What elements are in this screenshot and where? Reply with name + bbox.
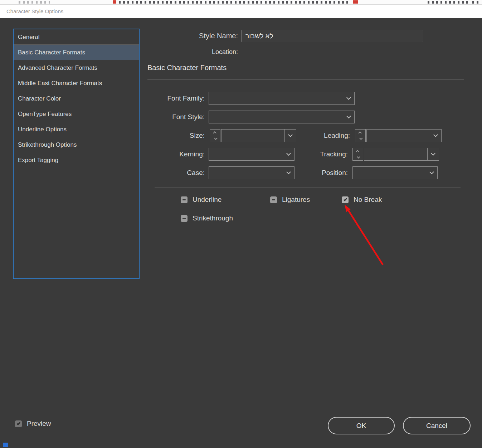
ligatures-checkbox[interactable]: Ligatures xyxy=(270,195,310,204)
document-red-mark xyxy=(113,0,116,4)
location-label: Location: xyxy=(157,47,238,57)
document-red-mark xyxy=(353,0,358,4)
ligatures-checkbox-label: Ligatures xyxy=(282,196,310,204)
character-style-options-dialog: General Basic Character Formats Advanced… xyxy=(0,18,482,448)
indeterminate-checkbox-icon xyxy=(181,196,188,203)
background-document-edge xyxy=(0,0,482,4)
chevron-down-icon xyxy=(343,111,354,123)
case-label: Case: xyxy=(112,166,205,179)
document-text-fragment xyxy=(119,1,348,4)
ok-button[interactable]: OK xyxy=(328,417,395,434)
indeterminate-checkbox-icon xyxy=(270,196,277,203)
tracking-label: Tracking: xyxy=(265,148,348,161)
leading-stepper[interactable] xyxy=(355,129,366,142)
sidebar-item-advanced-character-formats[interactable]: Advanced Character Formats xyxy=(14,60,139,76)
document-text-fragment xyxy=(472,1,479,4)
sidebar-item-basic-character-formats[interactable]: Basic Character Formats xyxy=(14,45,139,60)
font-family-label: Font Family: xyxy=(112,92,205,105)
indeterminate-checkbox-icon xyxy=(181,215,188,222)
style-name-input[interactable] xyxy=(242,30,423,42)
leading-select[interactable] xyxy=(366,129,442,142)
document-text-fragment xyxy=(19,1,50,4)
underline-checkbox[interactable]: Underline xyxy=(181,195,221,204)
spinner-down-icon[interactable] xyxy=(353,154,363,160)
checked-checkbox-icon xyxy=(15,420,22,427)
position-label: Position: xyxy=(265,166,348,179)
sidebar-item-middle-east-character-formats[interactable]: Middle East Character Formats xyxy=(14,76,139,91)
divider xyxy=(147,79,464,80)
tracking-stepper[interactable] xyxy=(352,148,363,161)
annotation-arrow xyxy=(335,199,392,274)
chevron-down-icon xyxy=(430,130,441,142)
preview-checkbox-label: Preview xyxy=(27,420,51,428)
document-text-fragment xyxy=(428,1,468,4)
spinner-up-icon[interactable] xyxy=(355,130,365,136)
style-name-label: Style Name: xyxy=(157,30,238,42)
spinner-up-icon[interactable] xyxy=(353,148,363,154)
strikethrough-checkbox[interactable]: Strikethrough xyxy=(181,214,233,223)
size-stepper[interactable] xyxy=(210,129,220,142)
sidebar-item-general[interactable]: General xyxy=(14,29,139,45)
underline-checkbox-label: Underline xyxy=(193,196,221,204)
spinner-down-icon[interactable] xyxy=(355,136,365,142)
spinner-down-icon[interactable] xyxy=(210,136,220,142)
cancel-button[interactable]: Cancel xyxy=(403,417,471,434)
font-style-label: Font Style: xyxy=(112,111,205,123)
size-label: Size: xyxy=(112,129,205,142)
background-window-fragment xyxy=(3,443,8,447)
chevron-down-icon xyxy=(427,148,439,160)
tracking-select[interactable] xyxy=(364,148,439,161)
font-style-select[interactable] xyxy=(209,111,355,123)
preview-checkbox[interactable]: Preview xyxy=(15,419,51,428)
font-family-select[interactable] xyxy=(209,92,355,105)
chevron-down-icon xyxy=(343,92,354,104)
position-select[interactable] xyxy=(352,166,438,179)
dialog-titlebar[interactable]: Character Style Options xyxy=(0,4,482,18)
strikethrough-checkbox-label: Strikethrough xyxy=(193,214,233,222)
kerning-label: Kerning: xyxy=(112,148,205,161)
window-title: Character Style Options xyxy=(6,5,63,18)
divider xyxy=(155,188,461,188)
leading-label: Leading: xyxy=(265,129,350,142)
chevron-down-icon xyxy=(426,167,437,179)
spinner-up-icon[interactable] xyxy=(210,130,220,136)
section-title: Basic Character Formats xyxy=(147,64,227,72)
